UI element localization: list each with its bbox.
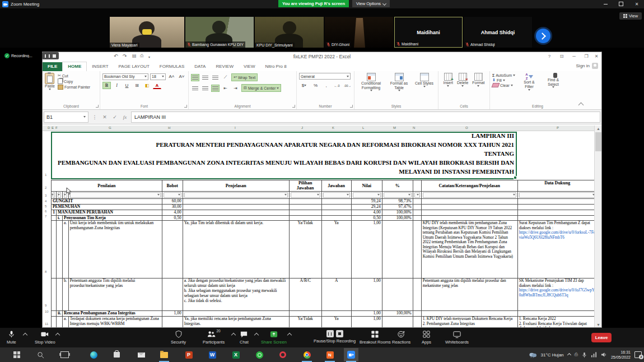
orientation-button[interactable]: ⟋ [221,74,230,81]
row-header[interactable]: 7 [45,215,46,218]
decrease-font-icon[interactable]: A˅ [178,73,186,80]
pause-icon[interactable] [326,330,334,337]
cell[interactable]: 59,24 [351,198,382,204]
excel-taskbar-button[interactable]: X [231,350,240,359]
header-penjelasan[interactable]: Penjelasan [183,180,289,192]
security-button[interactable]: Security [171,330,186,345]
cell[interactable]: MANAJEMEN PERUBAHAN [57,210,162,215]
merge-center-button[interactable]: ⊟Merge & Center [241,84,281,92]
row-header[interactable]: 2 [45,186,46,189]
wrap-text-button[interactable]: ↩Wrap Text [231,73,258,81]
mail-button[interactable] [137,350,146,359]
filter-dropdown[interactable] [323,192,350,198]
chat-options-chevron[interactable] [254,333,259,337]
whatsapp-button[interactable] [255,350,264,359]
ribbon-options-button[interactable]: ⊡ [555,52,568,61]
number-format-combobox[interactable]: General [299,73,351,80]
breakout-rooms-button[interactable]: Breakout Rooms [360,330,391,345]
cell[interactable] [289,198,321,204]
header-bobot[interactable]: Bobot [162,180,183,192]
participant-video[interactable]: KPU DIY_Srimulyani [255,17,324,48]
tab-review[interactable]: REVIEW [211,62,239,71]
cell[interactable]: 1,00 [351,311,382,317]
view-options-button[interactable]: View Options [352,0,390,7]
cell[interactable] [52,221,57,279]
scrollbar-thumb[interactable] [595,132,601,151]
cell[interactable] [321,210,351,215]
format-cells-button[interactable]: Format [472,73,484,87]
cell[interactable] [413,311,421,317]
cell[interactable] [421,210,517,215]
cell[interactable] [52,279,57,311]
row-header[interactable]: 10 [45,310,49,313]
row-header[interactable]: 3 [45,194,46,197]
tab-home[interactable]: HOME [62,62,87,71]
vertical-scrollbar[interactable]: ▲ ▼ [594,126,601,328]
insert-cells-button[interactable]: Insert [444,73,454,87]
increase-decimal-icon[interactable]: ←.0 [333,82,341,89]
cell[interactable] [321,215,351,221]
pause-stop-recording-button[interactable]: Pause/Stop Recording [314,330,356,344]
column-headers[interactable]: D E F G H I J K L M N O P [43,126,594,131]
cell[interactable] [183,215,289,221]
selection-fill-handle[interactable] [514,176,517,179]
row-header[interactable]: 6 [45,210,46,213]
excel-minimize-button[interactable]: ─ [567,52,581,61]
cell[interactable] [421,198,517,204]
row-header[interactable]: 9 [45,304,46,307]
start-button[interactable] [12,350,21,359]
cell[interactable] [517,204,597,210]
cell[interactable] [57,317,63,328]
cell[interactable] [52,317,57,328]
name-box-splitter[interactable]: ⋮ [91,114,99,120]
increase-indent-icon[interactable]: ⇥ [231,85,240,92]
cell[interactable] [162,191,183,198]
column-header[interactable]: F [55,126,58,129]
row-header[interactable]: 5 [45,205,46,208]
row-header[interactable]: 11 [45,322,48,326]
filter-dropdown[interactable] [70,192,161,198]
cell[interactable]: 1 [52,210,57,215]
cell[interactable] [57,191,63,198]
dialog-launcher-icon[interactable] [96,105,99,108]
format-painter-button[interactable]: Format Painter [58,85,90,90]
cell[interactable]: 1,00 [351,279,382,311]
conditional-formatting-button[interactable]: Conditional Formatting [359,73,384,91]
cell[interactable] [289,191,321,198]
column-header[interactable]: K [332,126,334,129]
cell[interactable] [57,279,63,311]
cell[interactable] [289,311,321,317]
cell[interactable]: Penentuan anggota Tim dipilih melalui pr… [68,279,162,311]
tab-page-layout[interactable]: PAGE LAYOUT [114,62,155,71]
cell[interactable] [289,204,321,210]
fill-button[interactable]: ⬇Fill [492,78,515,82]
comma-style-icon[interactable]: , [322,82,330,89]
dialog-launcher-icon[interactable] [292,105,295,108]
cell[interactable] [517,210,597,215]
filter-dropdown[interactable] [53,192,55,198]
align-bottom-button[interactable] [211,74,220,81]
font-name-combobox[interactable]: Bookman Old Sty [102,73,148,80]
cancel-entry-icon[interactable]: ✕ [101,114,109,120]
cell[interactable] [421,191,517,198]
header-catatan[interactable]: Catatan/Keterangan/Penjelasan [421,180,517,192]
autosum-button[interactable]: ΣAutoSum [492,73,515,77]
tab-file[interactable]: FILE [43,62,62,71]
align-right-button[interactable] [211,85,220,92]
maximize-button[interactable] [614,0,628,8]
mute-button[interactable]: Mute [7,330,16,345]
accounting-format-icon[interactable]: $ [299,82,309,89]
confirm-entry-icon[interactable]: ✓ [111,114,119,120]
opera-button[interactable] [278,350,287,359]
cell[interactable] [321,198,351,204]
cell[interactable]: SK Mekanisme Penunjukan TIM ZI dap diaks… [517,279,597,311]
cell[interactable]: 1,00 [351,221,382,279]
cell[interactable] [183,311,289,317]
cell[interactable] [183,198,289,204]
cell[interactable]: Unit kerja telah membentuk tim untuk mel… [68,221,162,279]
cell[interactable]: 4,00 [162,210,183,215]
close-button[interactable]: ✕ [629,0,644,8]
apps-button[interactable]: Apps [422,330,431,345]
dialog-launcher-icon[interactable] [350,105,353,108]
edge-button[interactable] [89,350,98,359]
